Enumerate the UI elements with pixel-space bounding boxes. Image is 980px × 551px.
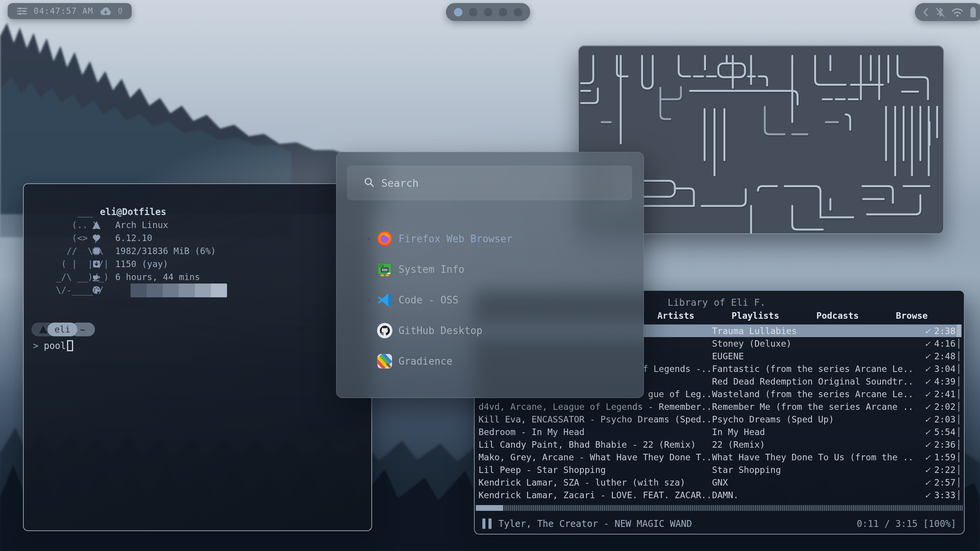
palette-swatch: [195, 284, 211, 297]
battery-icon[interactable]: [970, 7, 977, 18]
terminal-color-palette: [131, 284, 227, 297]
saved-check-icon: [925, 402, 934, 412]
launcher-item-github-desktop[interactable]: GitHub Desktop: [336, 315, 644, 346]
pause-icon[interactable]: [482, 518, 492, 529]
fetch-title: eli@Dotfiles: [100, 205, 227, 218]
palette-swatch: [147, 284, 163, 297]
track-artist: Lil Peep - Star Shopping: [479, 465, 712, 475]
palette-swatch: [179, 284, 195, 297]
sliders-icon[interactable]: [17, 7, 27, 16]
statusbar-left-pill[interactable]: 04:47:57 AM 0: [8, 3, 132, 19]
track-title: DAMN.: [712, 490, 925, 500]
track-title: Wasteland (from the series Arcane Le..: [712, 389, 925, 399]
fetch-row-packages: 1150 (yay): [91, 258, 227, 271]
chevron-left-icon[interactable]: [922, 7, 929, 17]
track-duration: 2:03: [925, 414, 956, 424]
scrollbar-segment[interactable]: [956, 476, 962, 489]
launcher-item-label: Firefox Web Browser: [399, 233, 512, 245]
launcher-item-gradience[interactable]: Gradience: [336, 346, 644, 377]
saved-check-icon: [925, 351, 934, 361]
arch-icon: [91, 220, 101, 230]
fetch-kernel-value: 6.12.10: [115, 231, 152, 245]
scrollbar-segment[interactable]: [956, 388, 962, 400]
track-title: What Have They Done To Us (from the ..: [712, 452, 925, 462]
track-duration: 4:39: [925, 377, 956, 386]
player-tab[interactable]: Browse: [896, 311, 928, 321]
wifi-icon[interactable]: [951, 7, 964, 17]
workspace-dot[interactable]: [454, 8, 462, 16]
launcher-item-code-oss[interactable]: Code - OSS: [336, 285, 644, 315]
launcher-item-system-info[interactable]: System Info: [336, 254, 644, 285]
scrollbar-segment[interactable]: [956, 375, 962, 388]
statusbar-tray-pill[interactable]: [915, 3, 980, 21]
now-playing-text: Tyler, The Creator - NEW MAGIC WAND: [498, 518, 692, 529]
saved-check-icon: [925, 339, 934, 349]
launcher-item-firefox[interactable]: Firefox Web Browser: [336, 223, 644, 254]
workspace-dot[interactable]: [499, 8, 507, 16]
scrollbar-segment[interactable]: [956, 463, 962, 476]
player-tab[interactable]: Artists: [657, 311, 694, 321]
packages-icon: [91, 259, 101, 269]
expand-arrow-icon[interactable]: [367, 235, 376, 243]
track-duration: 3:04: [925, 364, 956, 374]
bluetooth-off-icon[interactable]: [935, 7, 945, 18]
track-row[interactable]: Kill Eva, ENCASSATOR - Psycho Dreams (Sp…: [477, 413, 962, 425]
track-row[interactable]: d4vd, Arcane, League of Legends - Rememb…: [477, 400, 962, 413]
fetch-row-os: Arch Linux: [91, 218, 227, 231]
track-duration: 2:38: [925, 326, 956, 336]
scrollbar-segment[interactable]: [956, 425, 962, 438]
track-row[interactable]: Kendrick Lamar, SZA - luther (with sza) …: [477, 476, 962, 489]
scrollbar-segment[interactable]: [956, 362, 962, 375]
workspace-dot[interactable]: [469, 8, 477, 16]
track-row[interactable]: Lil Peep - Star Shopping Star Shopping 2…: [477, 463, 962, 476]
scrollbar-segment[interactable]: [956, 489, 962, 501]
text-cursor: [67, 340, 73, 351]
library-title: Library of Eli F.: [668, 297, 766, 308]
workspace-dot[interactable]: [514, 8, 522, 16]
scrollbar-segment[interactable]: [956, 438, 962, 451]
track-title: GNX: [712, 478, 925, 487]
fetch-row-kernel: 6.12.10: [91, 231, 227, 245]
workspace-dot[interactable]: [484, 8, 492, 16]
scrollbar-segment[interactable]: [956, 413, 962, 425]
scrollbar-segment[interactable]: [956, 324, 962, 337]
saved-check-icon: [925, 465, 934, 475]
launcher-results: Firefox Web Browser System Info: [336, 223, 644, 377]
saved-check-icon: [925, 377, 934, 386]
track-row[interactable]: Lil Candy Paint, Bhad Bhabie - 22 (Remix…: [477, 438, 962, 451]
seek-bar[interactable]: [476, 505, 963, 511]
player-tab[interactable]: Playlists: [732, 311, 779, 321]
terminal-window[interactable]: ___ (.. \ (<> | // \ \ ( | | /| _/\ __)/…: [23, 183, 372, 531]
track-title: Fantastic (from the series Arcane Le..: [712, 364, 925, 374]
scrollbar-segment[interactable]: [956, 400, 962, 413]
cloud-download-icon[interactable]: [100, 7, 111, 15]
fetch-packages-value: 1150 (yay): [115, 258, 168, 271]
firefox-icon: [377, 231, 392, 246]
track-row[interactable]: Kendrick Lamar, Zacari - LOVE. FEAT. ZAC…: [477, 489, 962, 501]
scrollbar-segment[interactable]: [956, 337, 962, 350]
search-field[interactable]: [347, 166, 632, 200]
expand-arrow-icon[interactable]: [367, 296, 376, 304]
fetch-uptime-value: 6 hours, 44 mins: [115, 271, 200, 284]
player-tab[interactable]: Podcasts: [817, 311, 859, 321]
track-row[interactable]: Bedroom - In My Head In My Head 5:54: [477, 425, 962, 438]
track-artist: Kendrick Lamar, SZA - luther (with sza): [479, 478, 712, 487]
track-duration: 2:02: [925, 402, 956, 412]
scrollbar-segment[interactable]: [956, 350, 962, 362]
track-row[interactable]: Mako, Grey, Arcane - What Have They Done…: [477, 451, 962, 463]
launcher-item-label: Code - OSS: [399, 294, 459, 306]
track-title: Psycho Dreams (Sped Up): [712, 414, 925, 424]
track-title: Stoney (Deluxe): [712, 339, 925, 349]
search-input[interactable]: [381, 177, 632, 189]
track-duration: 2:36: [925, 440, 956, 450]
scrollbar-segment[interactable]: [956, 451, 962, 463]
player-tabs: ArtistsPlaylistsPodcastsBrowse: [657, 311, 928, 321]
track-artist: Kill Eva, ENCASSATOR - Psycho Dreams (Sp…: [479, 414, 712, 424]
fetch-os-value: Arch Linux: [115, 218, 168, 231]
player-status-bar: Tyler, The Creator - NEW MAGIC WAND 0:11…: [475, 514, 964, 534]
command-line[interactable]: > pool: [33, 340, 73, 351]
workspaces-pill: [446, 3, 530, 21]
seek-bar-fill: [476, 505, 503, 511]
saved-check-icon: [925, 427, 934, 437]
track-duration: 2:41: [925, 389, 956, 399]
